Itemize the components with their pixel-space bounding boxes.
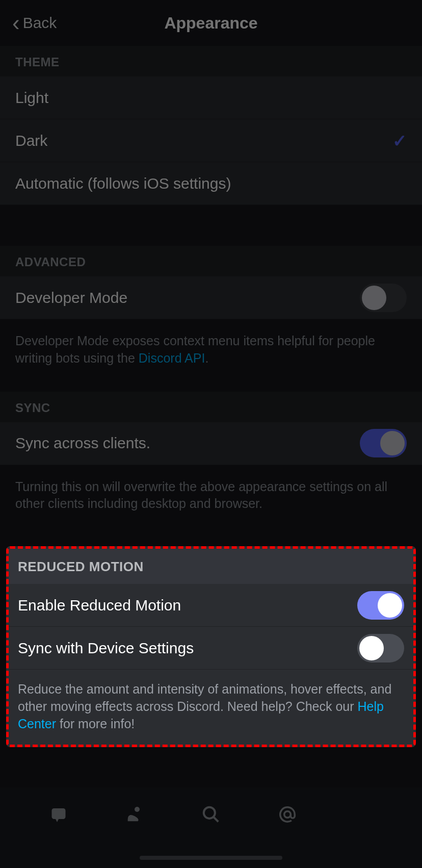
svg-point-4 — [284, 811, 291, 818]
mentions-tab-icon[interactable] — [277, 804, 298, 825]
svg-line-3 — [214, 817, 219, 822]
spacer — [0, 377, 422, 392]
page-title: Appearance — [164, 14, 257, 33]
discord-api-link[interactable]: Discord API — [139, 351, 205, 365]
enable-reduced-motion-toggle[interactable] — [357, 591, 404, 620]
checkmark-icon: ✓ — [392, 131, 407, 151]
friends-tab-icon[interactable] — [124, 804, 145, 825]
theme-option-automatic[interactable]: Automatic (follows iOS settings) — [0, 162, 422, 205]
developer-mode-label: Developer Mode — [15, 289, 127, 307]
developer-mode-desc: Developer Mode exposes context menu item… — [0, 319, 422, 377]
sync-clients-toggle[interactable] — [360, 429, 407, 457]
tab-bar — [0, 787, 422, 868]
chevron-left-icon: ‹ — [12, 12, 20, 34]
toggle-knob — [362, 286, 386, 310]
sync-device-settings-row[interactable]: Sync with Device Settings — [9, 627, 413, 670]
home-indicator — [140, 856, 282, 860]
developer-mode-row[interactable]: Developer Mode — [0, 276, 422, 319]
discord-tab-icon[interactable] — [48, 804, 69, 825]
sync-device-settings-label: Sync with Device Settings — [18, 640, 194, 657]
section-header-reduced-motion: REDUCED MOTION — [9, 549, 413, 584]
sync-device-settings-toggle[interactable] — [357, 634, 404, 662]
spacer — [0, 205, 422, 246]
toggle-knob — [378, 593, 402, 618]
svg-rect-0 — [51, 808, 65, 819]
theme-label: Light — [15, 89, 48, 107]
section-header-theme: THEME — [0, 46, 422, 76]
svg-point-2 — [204, 807, 215, 819]
sync-clients-row[interactable]: Sync across clients. — [0, 422, 422, 465]
theme-option-light[interactable]: Light — [0, 76, 422, 119]
reduced-motion-desc: Reduce the amount and intensity of anima… — [9, 670, 413, 745]
toggle-knob — [359, 636, 384, 660]
section-header-advanced: ADVANCED — [0, 246, 422, 276]
toggle-knob — [380, 431, 405, 455]
theme-label: Dark — [15, 132, 47, 149]
enable-reduced-motion-label: Enable Reduced Motion — [18, 597, 181, 614]
header: ‹ Back Appearance — [0, 0, 422, 46]
section-header-sync: SYNC — [0, 392, 422, 422]
back-label: Back — [23, 14, 57, 32]
sync-desc: Turning this on will overwrite the above… — [0, 465, 422, 523]
theme-label: Automatic (follows iOS settings) — [15, 175, 231, 192]
sync-clients-label: Sync across clients. — [15, 435, 150, 452]
svg-point-1 — [135, 807, 140, 812]
back-button[interactable]: ‹ Back — [12, 12, 57, 34]
reduced-motion-section: REDUCED MOTION Enable Reduced Motion Syn… — [6, 546, 416, 747]
developer-mode-toggle[interactable] — [360, 284, 407, 312]
theme-option-dark[interactable]: Dark ✓ — [0, 119, 422, 162]
enable-reduced-motion-row[interactable]: Enable Reduced Motion — [9, 584, 413, 627]
search-tab-icon[interactable] — [200, 804, 222, 825]
spacer — [0, 523, 422, 546]
